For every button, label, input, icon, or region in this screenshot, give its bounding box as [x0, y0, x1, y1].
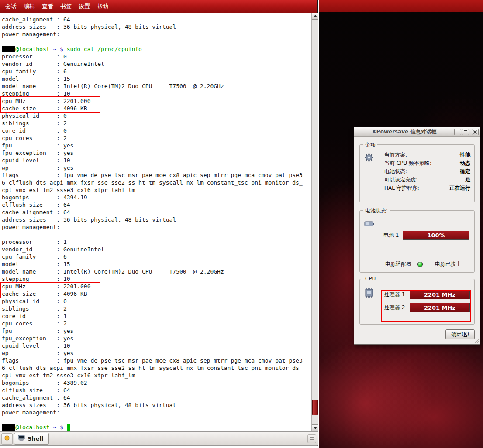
menu-item-2[interactable]: 编辑	[20, 0, 38, 13]
terminal-scrollbar[interactable]	[311, 13, 318, 431]
dialog-titlebar[interactable]: KPowersave 信息对话框	[354, 127, 480, 137]
terminal-line: model name : Intel(R) Core(TM)2 Duo CPU …	[2, 82, 311, 90]
battery-row: 电池 1 100%	[383, 231, 469, 240]
battery-groupbox: 电池状态: 电池 1 100% 电源适配器 电源已接上	[359, 210, 475, 273]
terminal-text: cpu family : 6	[2, 253, 67, 260]
terminal-text: cpu MHz : 2201.000	[2, 98, 91, 104]
terminal-line: model name : Intel(R) Core(TM)2 Duo CPU …	[2, 268, 311, 275]
terminal-text: siblings : 2	[2, 305, 67, 312]
info-label: 当前方案:	[384, 151, 407, 159]
terminal-text: vendor_id : GenuineIntel	[2, 61, 104, 67]
info-value: 动态	[460, 160, 470, 167]
terminal-text: 6 clflush dts acpi mmx fxsr sse sse2 ss …	[2, 365, 303, 371]
terminal-line: cpu family : 6	[2, 253, 311, 260]
minimize-button[interactable]	[454, 129, 461, 135]
terminal-line: siblings : 2	[2, 305, 311, 312]
terminal-line: core id : 1	[2, 312, 311, 320]
terminal-line: @localhost ~ $	[2, 424, 311, 431]
terminal-line: vendor_id : GenuineIntel	[2, 60, 311, 68]
terminal-text: wp : yes	[2, 164, 73, 171]
ok-button[interactable]: 确定(K)	[445, 329, 475, 339]
menu-item-3[interactable]: 查看	[38, 0, 57, 13]
battery-icon	[364, 220, 375, 229]
konsole-window: 会话编辑查看书签设置帮助 cache_alignment : 64address…	[0, 0, 318, 446]
terminal-text: cache_alignment : 64	[2, 16, 70, 23]
terminal-line: processor : 0	[2, 53, 311, 60]
info-label: 当前 CPU 频率策略:	[384, 160, 431, 167]
info-label: HAL 守护程序:	[384, 185, 419, 192]
scroll-down-button[interactable]	[312, 424, 318, 431]
terminal-line: processor : 1	[2, 238, 311, 246]
info-value: 正在运行	[449, 185, 470, 192]
terminal-line: cpu MHz : 2201.000	[2, 283, 311, 290]
cpu-chip-icon	[364, 288, 374, 299]
terminal-line: cache_alignment : 64	[2, 394, 311, 401]
terminal-line: wp : yes	[2, 349, 311, 357]
menu-bar: 会话编辑查看书签设置帮助	[0, 0, 317, 13]
terminal-text: stepping : 10	[2, 90, 70, 97]
terminal-line	[2, 416, 311, 424]
terminal-line: model : 15	[2, 75, 311, 82]
terminal-line: cpuid level : 10	[2, 342, 311, 349]
misc-groupbox: 杂项 当前方案:性能当前 CPU 频率策略:动态电池状态:确定可以设定亮度:是H…	[359, 144, 475, 202]
terminal-text: stepping : 10	[2, 276, 70, 282]
terminal-line: clflush size : 64	[2, 386, 311, 394]
terminal-view[interactable]: cache_alignment : 64address sizes : 36 b…	[0, 13, 311, 431]
terminal-text: address sizes : 36 bits physical, 48 bit…	[2, 216, 176, 223]
terminal-text: fpu_exception : yes	[2, 335, 73, 342]
terminal-text: cache size : 4096 KB	[2, 105, 87, 112]
scroll-up-button[interactable]	[312, 13, 318, 20]
terminal-text: power management:	[2, 409, 60, 416]
cpu-row-label: 处理器 2	[384, 304, 407, 311]
dialog-title: KPowersave 信息对话框	[355, 128, 453, 136]
terminal-text: 6 clflush dts acpi mmx fxsr sse sse2 ss …	[2, 179, 303, 186]
terminal-text: core id : 1	[2, 313, 67, 319]
terminal-line: @localhost ~ $ sudo cat /proc/cpuinfo	[2, 45, 311, 53]
terminal-text: cpu cores : 2	[2, 135, 67, 141]
menu-item-6[interactable]: 帮助	[93, 0, 112, 13]
terminal-text: bogomips : 4389.02	[2, 380, 87, 386]
terminal-line: siblings : 2	[2, 120, 311, 127]
battery-group-title: 电池状态:	[363, 207, 390, 215]
tab-list-button[interactable]	[307, 434, 316, 443]
terminal-text: physical id : 0	[2, 113, 67, 119]
terminal-text: cpu MHz : 2201.000	[2, 283, 91, 290]
terminal-line: stepping : 10	[2, 275, 311, 283]
terminal-line: address sizes : 36 bits physical, 48 bit…	[2, 23, 311, 31]
terminal-line: bogomips : 4389.02	[2, 379, 311, 386]
terminal-line	[2, 38, 311, 45]
terminal-line: 6 clflush dts acpi mmx fxsr sse sse2 ss …	[2, 179, 311, 186]
terminal-text: fpu : yes	[2, 142, 73, 149]
terminal-text: fpu : yes	[2, 328, 73, 334]
session-tab-bar: Shell	[0, 431, 318, 445]
terminal-text: address sizes : 36 bits physical, 48 bit…	[2, 24, 176, 30]
terminal-line: cpu cores : 2	[2, 320, 311, 327]
terminal-line: cache_alignment : 64	[2, 209, 311, 216]
adapter-row: 电源适配器 电源已接上	[385, 260, 461, 268]
close-button[interactable]	[472, 129, 479, 135]
info-label: 可以设定亮度:	[384, 176, 417, 184]
terminal-text: flags : fpu vme de pse tsc msr pae mce c…	[2, 357, 303, 364]
misc-info-row: HAL 守护程序:正在运行	[384, 184, 470, 192]
tab-shell[interactable]: Shell	[14, 433, 49, 445]
terminal-line: fpu_exception : yes	[2, 335, 311, 342]
terminal-line: cache size : 4096 KB	[2, 105, 311, 112]
terminal-line: cache_alignment : 64	[2, 16, 311, 23]
misc-info-row: 当前方案:性能	[384, 151, 470, 159]
scrollbar-thumb[interactable]	[312, 400, 318, 415]
terminal-output: cache_alignment : 64address sizes : 36 b…	[2, 16, 311, 431]
terminal-text: cache_alignment : 64	[2, 209, 70, 215]
new-session-button[interactable]	[1, 433, 13, 445]
terminal-line: wp : yes	[2, 164, 311, 171]
menu-item-5[interactable]: 设置	[75, 0, 93, 13]
info-value: 确定	[460, 168, 470, 175]
cpu-row-label: 处理器 1	[384, 291, 407, 298]
maximize-button[interactable]	[462, 129, 469, 135]
terminal-line: core id : 0	[2, 127, 311, 134]
terminal-line: fpu : yes	[2, 327, 311, 335]
terminal-text: cpl vmx est tm2 ssse3 cx16 xtpr lahf_lm	[2, 187, 135, 193]
terminal-text: fpu_exception : yes	[2, 150, 73, 156]
menu-item-4[interactable]: 书签	[57, 0, 75, 13]
new-session-icon	[3, 434, 11, 444]
menu-item-1[interactable]: 会话	[2, 0, 20, 13]
